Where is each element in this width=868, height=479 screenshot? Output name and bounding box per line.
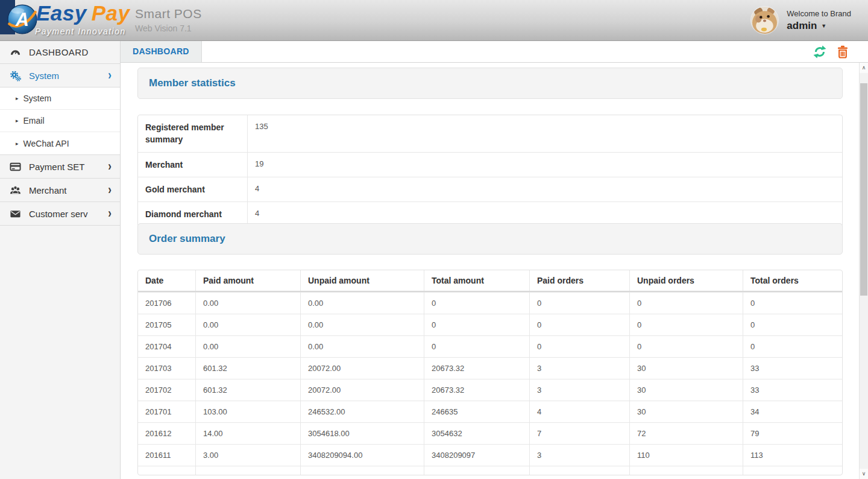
brand-logo-icon: A: [7, 4, 37, 34]
submenu-arrow-icon: ▸: [16, 141, 19, 147]
sidebar-subitem-wechat-api[interactable]: ▸ WeChat API: [0, 132, 120, 154]
table-cell: 0: [629, 336, 743, 357]
sidebar-item-label: Payment SET: [29, 162, 85, 172]
table-cell: 0: [629, 314, 743, 335]
table-cell: 0: [529, 336, 629, 357]
table-cell: 79: [743, 423, 842, 444]
avatar[interactable]: [751, 7, 778, 34]
table-row: 20161214.003054618.00305463277279: [138, 422, 842, 444]
table-cell: 110: [629, 445, 743, 466]
table-cell: 0.00: [300, 293, 424, 314]
table-cell: 20072.00: [300, 358, 424, 379]
table-header-row: DatePaid amountUnpaid amountTotal amount…: [138, 270, 842, 292]
member-stat-value: 4: [248, 177, 842, 201]
envelope-icon: [10, 208, 21, 220]
sidebar-subitem-label: WeChat API: [24, 139, 69, 148]
system-submenu: ▸ System ▸ Email ▸ WeChat API: [0, 87, 120, 155]
table-cell: 601.32: [195, 379, 300, 401]
table-cell: [529, 466, 629, 475]
refresh-button[interactable]: [813, 45, 826, 59]
table-cell: 246635: [424, 401, 529, 422]
table-row: 201701103.00246532.0024663543034: [138, 401, 842, 422]
table-cell: 0.00: [300, 314, 424, 335]
table-cell: 4: [529, 401, 629, 422]
table-cell: 0: [629, 293, 743, 314]
sidebar: DASHBOARD System › ▸ System ▸ Email ▸ We…: [0, 41, 121, 479]
scrollbar-thumb[interactable]: [860, 83, 867, 296]
user-dropdown[interactable]: admin ▼: [787, 20, 851, 32]
user-menu[interactable]: Welcome to Brand admin ▼: [751, 7, 851, 34]
delete-button[interactable]: [837, 45, 850, 59]
credit-card-icon: [10, 161, 21, 173]
table-cell: 3408209094.00: [300, 445, 424, 466]
table-cell: 0.00: [195, 314, 300, 335]
product-info: Smart POS Web Vision 7.1: [135, 7, 202, 33]
sidebar-subitem-email[interactable]: ▸ Email: [0, 110, 120, 132]
table-cell: 0: [529, 314, 629, 335]
member-statistics-heading: Member statistics: [137, 68, 843, 99]
table-cell: 201704: [138, 336, 195, 357]
table-cell: 33: [743, 379, 842, 401]
caret-down-icon: ▼: [821, 23, 826, 29]
table-cell: 201701: [138, 401, 195, 422]
member-stat-label: Registered member summary: [138, 115, 248, 152]
sidebar-subitem-label: System: [24, 94, 52, 103]
dashboard-icon: [10, 46, 21, 58]
table-cell: 201702: [138, 379, 195, 401]
table-cell: 601.32: [195, 358, 300, 379]
scroll-down-button[interactable]: ∨: [860, 469, 868, 479]
table-cell: [743, 466, 842, 475]
column-header: Total orders: [743, 270, 842, 291]
table-cell: 20673.32: [424, 358, 529, 379]
sidebar-item-merchant[interactable]: Merchant ›: [0, 179, 120, 202]
table-cell: 0: [529, 293, 629, 314]
table-cell: 0: [424, 336, 529, 357]
sidebar-item-label: DASHBOARD: [29, 47, 89, 57]
table-cell: 0: [424, 314, 529, 335]
product-title: Smart POS: [135, 7, 202, 21]
table-cell: 3054632: [424, 423, 529, 444]
table-cell: 30: [629, 379, 743, 401]
member-stat-label: Merchant: [138, 153, 248, 177]
scroll-up-button[interactable]: ∧: [860, 63, 868, 73]
sidebar-item-customer-serv[interactable]: Customer serv ›: [0, 202, 120, 226]
chevron-right-icon: ›: [108, 160, 112, 173]
table-cell: 7: [529, 423, 629, 444]
table-row: 2016113.003408209094.0034082090973110113: [138, 444, 842, 466]
app-header: A EasyPay Payment Innovation Smart POS W…: [0, 0, 868, 41]
tab-dashboard[interactable]: DASHBOARD: [121, 41, 202, 62]
sidebar-subitem-system[interactable]: ▸ System: [0, 87, 120, 110]
brand-tagline: Payment Innovation: [35, 27, 126, 36]
table-cell: 246532.00: [300, 401, 424, 422]
table-cell: 201703: [138, 358, 195, 379]
table-cell: 0: [743, 314, 842, 335]
users-icon: [10, 185, 21, 196]
submenu-arrow-icon: ▸: [16, 95, 19, 101]
table-row: 2017040.000.000000: [138, 335, 842, 357]
sidebar-item-payment-set[interactable]: Payment SET ›: [0, 155, 120, 179]
main-content: Member statistics Registered member summ…: [121, 63, 859, 479]
table-cell: [195, 466, 300, 475]
table-cell: 0.00: [195, 336, 300, 357]
table-cell: 201705: [138, 314, 195, 335]
member-statistics-table: Registered member summary135Merchant19Go…: [137, 115, 843, 227]
vertical-scrollbar[interactable]: ∧ ∨: [859, 63, 868, 479]
sidebar-item-system[interactable]: System ›: [0, 64, 120, 87]
table-cell: 0.00: [300, 336, 424, 357]
sidebar-item-dashboard[interactable]: DASHBOARD: [0, 41, 120, 64]
column-header: Paid amount: [195, 270, 300, 291]
table-cell: 0: [743, 336, 842, 357]
table-cell: [138, 466, 195, 475]
column-header: Unpaid amount: [300, 270, 424, 291]
table-cell: 201706: [138, 293, 195, 314]
table-row: 201703601.3220072.0020673.3233033: [138, 357, 842, 379]
table-row: Merchant19: [138, 152, 842, 177]
table-row: Registered member summary135: [138, 115, 842, 152]
table-cell: 201611: [138, 445, 195, 466]
chevron-right-icon: ›: [108, 183, 112, 196]
table-row: 2017060.000.000000: [138, 292, 842, 314]
table-cell: 3: [529, 358, 629, 379]
user-text: Welcome to Brand admin ▼: [787, 9, 851, 32]
member-stat-value: 19: [248, 153, 842, 177]
table-cell: 3: [529, 445, 629, 466]
